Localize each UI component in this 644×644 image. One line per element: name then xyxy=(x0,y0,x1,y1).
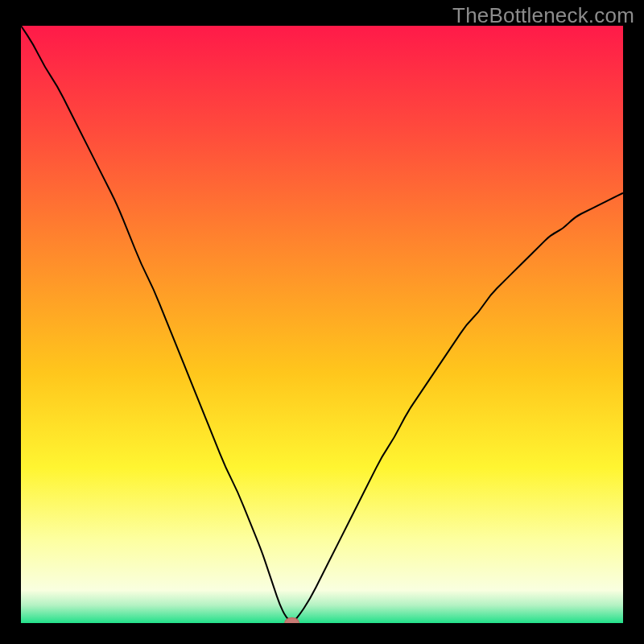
bottleneck-chart xyxy=(21,26,623,623)
chart-frame: TheBottleneck.com xyxy=(0,0,644,644)
gradient-background xyxy=(21,26,623,623)
watermark-text: TheBottleneck.com xyxy=(452,3,634,28)
